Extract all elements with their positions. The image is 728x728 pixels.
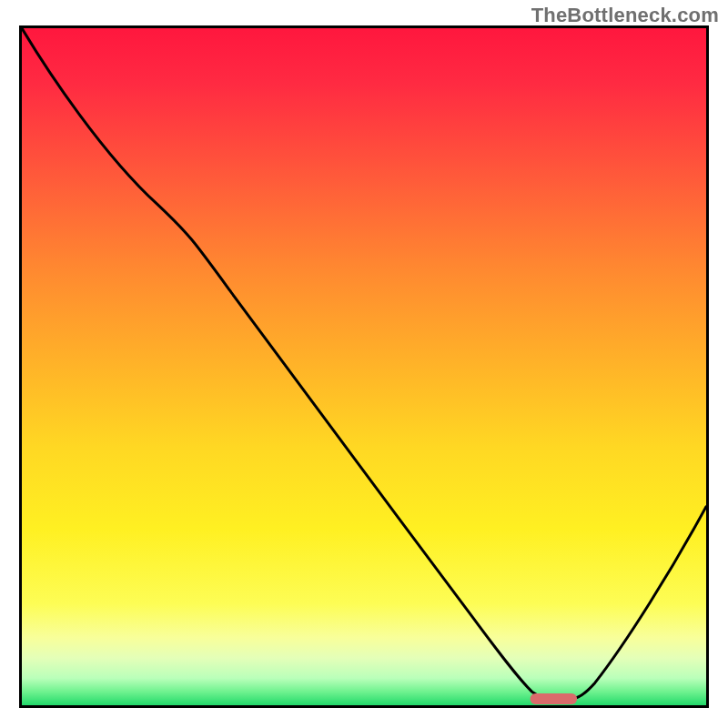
plot-area: [19, 25, 709, 708]
chart-overlay: [22, 28, 706, 705]
watermark-text: TheBottleneck.com: [531, 4, 719, 27]
chart-frame: TheBottleneck.com: [0, 0, 728, 728]
bottleneck-curve: [22, 28, 706, 700]
optimal-marker: [531, 693, 578, 704]
